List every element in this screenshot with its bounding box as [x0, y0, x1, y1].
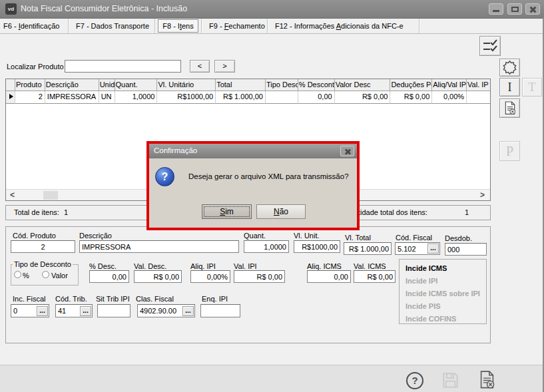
cancel-document-icon [477, 371, 497, 390]
sit-trib-ipi-label: Sit Trib IPI [96, 295, 130, 303]
descricao-input[interactable] [79, 240, 239, 253]
star-button[interactable] [499, 59, 520, 77]
grid-header-row: Produto Descrição Unid Quant. Vl. Unitár… [6, 79, 490, 91]
minimize-button[interactable] [489, 3, 503, 15]
grid-data-row[interactable]: 2 IMPRESSORA UN 1,0000 R$1000,00 R$ 1.00… [6, 91, 490, 104]
inc-fiscal-input[interactable]: 0 ... [11, 304, 49, 317]
quant-input[interactable] [244, 240, 289, 253]
grid-cell: R$ 1.000,00 [216, 91, 266, 104]
radio-percent[interactable] [14, 271, 21, 278]
incide-ipi: Incide IPI [406, 277, 437, 285]
checklist-icon [480, 37, 500, 55]
save-icon [441, 371, 459, 389]
dialog-title-bar: Confirmação [149, 144, 357, 158]
incide-cofins: Incide COFINS [406, 315, 456, 323]
nao-button[interactable]: Não [256, 204, 306, 219]
sim-button[interactable]: Sim [202, 204, 252, 219]
grid-header[interactable]: Val. IP [467, 79, 490, 91]
radio-valor-label: Valor [51, 272, 68, 280]
sit-trib-ipi-input[interactable] [97, 304, 131, 317]
tab-itens[interactable]: F8 - Itens [155, 19, 202, 33]
total-itens-value: 1 [64, 208, 68, 216]
cod-fiscal-lookup-button[interactable]: ... [427, 244, 439, 254]
scroll-right-icon[interactable]: > [480, 190, 485, 200]
grid-header[interactable]: Vl. Unitário [157, 79, 216, 91]
total-itens-label: Total de itens: [14, 208, 59, 216]
grid-cell: 1,0000 [115, 91, 158, 104]
aliq-ipi-label: Aliq. IPI [190, 262, 216, 270]
localizar-produto-input[interactable] [65, 60, 181, 73]
vl-total-input[interactable] [344, 242, 392, 255]
next-button[interactable]: > [214, 60, 235, 73]
dialog-close-button[interactable] [340, 146, 354, 156]
tab-bar: F6 - Identificação F7 - Dados Transporte… [0, 18, 544, 34]
tab-fechamento[interactable]: F9 - Fechamento [202, 19, 268, 33]
previous-button[interactable]: < [190, 60, 210, 73]
tab-informacoes-adicionais[interactable]: F12 - Informações Adicionais da NFC-e [268, 19, 419, 33]
print-button[interactable]: P [499, 141, 520, 161]
application-window: vd Nota Fiscal Consumidor Eletrônica - I… [0, 0, 544, 392]
tipo-desconto-legend: Tipo de Desconto [13, 260, 73, 268]
grid-header[interactable]: Total [216, 79, 266, 91]
val-ipi-label: Val. IPI [234, 262, 257, 270]
aliq-ipi-input[interactable] [190, 270, 230, 283]
tab-identificacao[interactable]: F6 - Identificação [0, 19, 69, 33]
cod-fiscal-input[interactable]: 5.102 ... [395, 242, 440, 255]
vl-unit-input[interactable] [294, 240, 340, 253]
val-ipi-input[interactable] [234, 270, 285, 283]
perc-desc-label: % Desc. [89, 262, 117, 270]
scroll-left-icon[interactable]: < [10, 190, 15, 200]
grid-cell: 0,00% [432, 91, 467, 104]
grid-header[interactable]: Aliq/Val IP [432, 79, 467, 91]
clas-fiscal-lookup-button[interactable]: ... [182, 306, 194, 316]
grid-cell: UN [99, 91, 115, 104]
close-button[interactable] [525, 3, 540, 15]
grid-cell: IMPRESSORA [45, 91, 99, 104]
cod-produto-label: Cód. Produto [13, 232, 56, 240]
inc-fiscal-lookup-button[interactable]: ... [37, 306, 48, 316]
enq-ipi-input[interactable] [200, 304, 240, 317]
grid-header-selector [6, 79, 15, 91]
grid-cell: R$ 0,00 [390, 91, 432, 104]
type-button[interactable]: T [522, 78, 542, 97]
grid-header[interactable]: Deduções Pe [390, 79, 432, 91]
status-bar: ? [0, 365, 544, 392]
perc-desc-input[interactable] [89, 270, 129, 283]
grid-header[interactable]: Produto [15, 79, 45, 91]
cancel-button[interactable] [477, 371, 497, 390]
grid-cell [266, 91, 298, 104]
grid-header[interactable]: % Desconto [298, 79, 335, 91]
save-button[interactable] [441, 371, 459, 389]
localizar-produto-label: Localizar Produto [7, 63, 64, 71]
checklist-button[interactable] [479, 36, 501, 56]
scrollbar-thumb[interactable] [43, 191, 58, 200]
radio-valor[interactable] [42, 271, 49, 278]
cancel-document-button[interactable] [499, 98, 520, 118]
val-icms-input[interactable] [354, 270, 396, 283]
aliq-icms-label: Aliq. ICMS [307, 262, 342, 270]
grid-header[interactable]: Quant. [115, 79, 158, 91]
cod-trib-label: Cód. Trib. [55, 295, 87, 303]
cod-produto-input[interactable] [11, 240, 75, 253]
aliq-icms-input[interactable] [307, 270, 351, 283]
question-icon: ? [155, 167, 174, 186]
grid-header[interactable]: Descrição [45, 79, 99, 91]
window-title: Nota Fiscal Consumidor Eletrônica - Incl… [21, 4, 187, 13]
maximize-button[interactable] [507, 3, 522, 15]
italic-button[interactable]: I [499, 78, 520, 97]
clas-fiscal-input[interactable]: 4902.90.00 ... [137, 304, 195, 317]
grid-header[interactable]: Tipo Desc. [266, 79, 298, 91]
cod-trib-input[interactable]: 41 ... [55, 304, 93, 317]
grid-cell: 2 [15, 91, 45, 104]
grid-header[interactable]: Valor Desc [335, 79, 391, 91]
desdob-input[interactable] [445, 243, 487, 256]
grid-header[interactable]: Unid [99, 79, 115, 91]
grid-cell: R$1000,00 [157, 91, 216, 104]
val-desc-label: Val. Desc. [134, 262, 166, 270]
tab-dados-transporte[interactable]: F7 - Dados Transporte [69, 19, 155, 33]
cod-trib-lookup-button[interactable]: ... [80, 306, 91, 316]
help-button[interactable]: ? [406, 372, 423, 389]
star-icon [500, 59, 519, 76]
val-desc-input[interactable] [134, 270, 182, 283]
quantidade-total-value: 1 [465, 208, 469, 216]
